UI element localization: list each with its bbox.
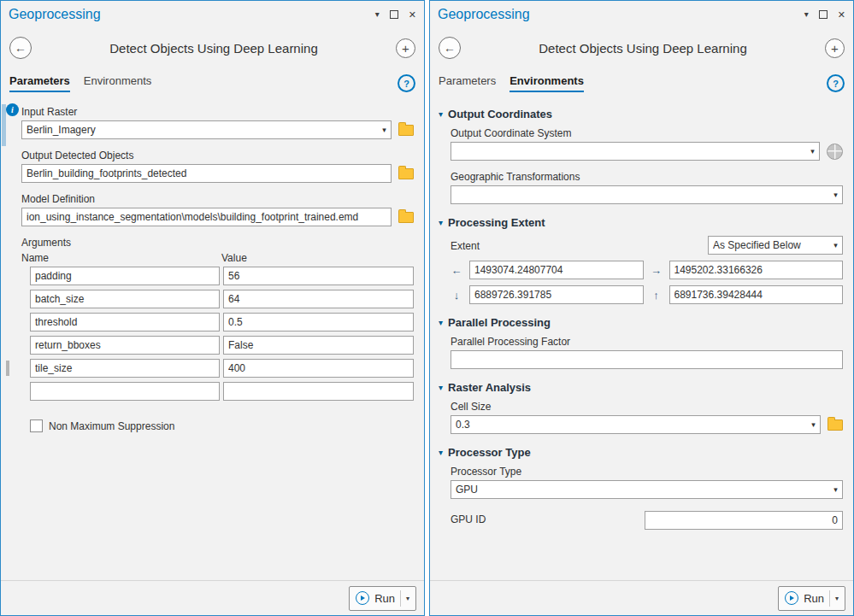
tab-parameters[interactable]: Parameters xyxy=(9,74,70,92)
extent-mode-input[interactable] xyxy=(709,238,829,253)
open-in-new-button[interactable]: + xyxy=(396,38,415,58)
nms-checkbox-row: Non Maximum Suppression xyxy=(30,419,414,432)
section-processor-type[interactable]: ▾ Processor Type xyxy=(439,446,843,459)
nms-checkbox[interactable] xyxy=(30,419,43,432)
chevron-down-icon[interactable]: ▾ xyxy=(807,420,820,429)
gpu-id-input[interactable] xyxy=(645,511,843,530)
tab-environments[interactable]: Environments xyxy=(84,74,151,92)
globe-icon[interactable] xyxy=(827,144,843,160)
geoprocessing-pane-parameters: Geoprocessing ▾ ✕ ← Detect Objects Using… xyxy=(0,0,425,616)
argument-name-input[interactable] xyxy=(30,336,220,355)
section-output-coordinates[interactable]: ▾ Output Coordinates xyxy=(439,108,843,120)
open-in-new-button[interactable]: + xyxy=(825,38,845,58)
extent-xmax-input[interactable] xyxy=(669,261,844,279)
coord-system-label: Output Coordinate System xyxy=(451,127,843,139)
gpu-id-label: GPU ID xyxy=(451,513,486,525)
tab-parameters[interactable]: Parameters xyxy=(439,74,496,92)
tab-environments[interactable]: Environments xyxy=(509,74,584,92)
browse-folder-icon[interactable] xyxy=(398,168,414,179)
gpu-id-row: GPU ID xyxy=(451,511,843,530)
section-parallel-processing[interactable]: ▾ Parallel Processing xyxy=(439,316,843,329)
cell-size-field: Cell Size ▾ xyxy=(451,401,843,434)
pane-titlebar: Geoprocessing ▾ ✕ xyxy=(1,1,424,28)
titlebar-icons: ▾ ✕ xyxy=(804,10,845,20)
chevron-down-icon[interactable]: ▾ xyxy=(829,191,842,199)
extent-ymax-input[interactable] xyxy=(669,285,844,304)
back-button[interactable]: ← xyxy=(9,37,32,59)
arguments-headers: Name Value xyxy=(21,252,414,264)
browse-folder-icon[interactable] xyxy=(398,212,414,223)
browse-folder-icon[interactable] xyxy=(398,125,414,136)
chevron-down-icon[interactable]: ▾ xyxy=(378,126,391,134)
section-title: Parallel Processing xyxy=(448,316,551,329)
close-icon[interactable]: ✕ xyxy=(409,10,416,20)
geo-transform-field: Geographic Transformations ▾ xyxy=(451,171,843,204)
section-processing-extent[interactable]: ▾ Processing Extent xyxy=(439,216,843,229)
row-selection-marker xyxy=(6,361,9,376)
help-icon[interactable]: ? xyxy=(827,74,845,92)
help-icon[interactable]: ? xyxy=(398,74,415,92)
extent-mode-combobox[interactable]: ▾ xyxy=(708,236,843,255)
collapse-chevron-icon: ▾ xyxy=(439,384,443,392)
run-dropdown-icon[interactable]: ▾ xyxy=(835,595,839,602)
run-button[interactable]: Run ▾ xyxy=(778,586,845,611)
argument-value-input[interactable] xyxy=(223,336,414,355)
extent-ymin-input[interactable] xyxy=(469,285,644,304)
arguments-table xyxy=(30,267,414,401)
parallel-factor-label: Parallel Processing Factor xyxy=(451,336,843,348)
model-definition-input[interactable] xyxy=(21,208,392,226)
argument-name-input[interactable] xyxy=(30,359,220,378)
argument-row xyxy=(30,290,414,308)
argument-value-input[interactable] xyxy=(223,290,414,308)
input-raster-combobox[interactable]: ▾ xyxy=(21,120,392,139)
run-button-separator xyxy=(400,590,401,607)
argument-value-input[interactable] xyxy=(223,382,414,401)
argument-name-input[interactable] xyxy=(30,290,220,308)
back-arrow-icon: ← xyxy=(444,41,456,55)
input-raster-field: i Input Raster ▾ xyxy=(21,106,414,139)
section-title: Processing Extent xyxy=(448,216,545,229)
info-icon[interactable]: i xyxy=(6,103,19,116)
geo-transform-label: Geographic Transformations xyxy=(451,171,843,183)
section-raster-analysis[interactable]: ▾ Raster Analysis xyxy=(439,381,843,394)
section-title: Raster Analysis xyxy=(448,381,531,394)
tab-bar: Parameters Environments ? xyxy=(1,67,424,92)
chevron-down-icon[interactable]: ▾ xyxy=(829,241,842,249)
argument-value-input[interactable] xyxy=(223,267,414,285)
pane-menu-icon[interactable]: ▾ xyxy=(804,10,809,19)
processor-type-combobox[interactable]: ▾ xyxy=(451,480,843,499)
close-icon[interactable]: ✕ xyxy=(838,10,845,20)
argument-value-input[interactable] xyxy=(223,313,414,331)
coord-system-input[interactable] xyxy=(451,144,806,159)
undock-icon[interactable] xyxy=(819,10,827,19)
model-definition-label: Model Definition xyxy=(21,193,414,205)
extent-bottom-icon: ↓ xyxy=(451,290,462,301)
cell-size-input[interactable] xyxy=(451,417,807,432)
argument-name-input[interactable] xyxy=(30,382,220,401)
run-dropdown-icon[interactable]: ▾ xyxy=(406,595,409,602)
coord-system-combobox[interactable]: ▾ xyxy=(451,142,820,161)
cell-size-label: Cell Size xyxy=(451,401,843,413)
chevron-down-icon[interactable]: ▾ xyxy=(829,485,842,494)
run-button[interactable]: Run ▾ xyxy=(349,586,416,611)
geo-transform-combobox[interactable]: ▾ xyxy=(451,185,843,204)
processor-type-input[interactable] xyxy=(451,482,829,497)
undock-icon[interactable] xyxy=(390,10,398,19)
input-raster-input[interactable] xyxy=(22,122,378,138)
argument-value-input[interactable] xyxy=(223,359,414,378)
argument-row xyxy=(30,336,414,355)
argument-name-input[interactable] xyxy=(30,313,220,331)
extent-xmin-input[interactable] xyxy=(469,261,644,279)
argument-name-input[interactable] xyxy=(30,267,220,285)
geo-transform-input[interactable] xyxy=(451,187,829,202)
cell-size-combobox[interactable]: ▾ xyxy=(451,415,821,434)
parallel-factor-input[interactable] xyxy=(451,350,843,369)
chevron-down-icon[interactable]: ▾ xyxy=(806,147,819,155)
tool-title: Detect Objects Using Deep Learning xyxy=(461,41,825,56)
pane-menu-icon[interactable]: ▾ xyxy=(375,10,380,19)
output-detected-input[interactable] xyxy=(21,164,392,183)
run-play-icon xyxy=(356,591,369,605)
back-button[interactable]: ← xyxy=(439,37,461,59)
browse-folder-icon[interactable] xyxy=(827,419,843,431)
extent-left-icon: ← xyxy=(451,265,462,276)
